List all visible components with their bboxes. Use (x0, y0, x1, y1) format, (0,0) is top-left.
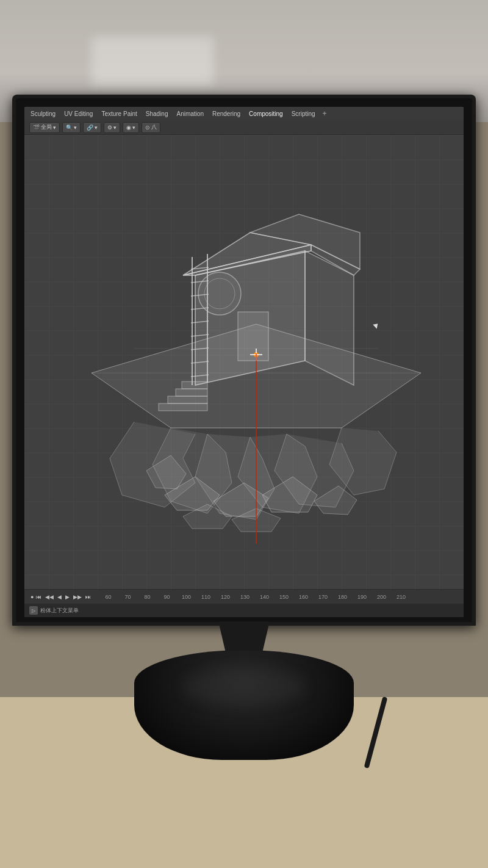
timeline-num-100: 100 (176, 594, 196, 600)
timeline-num-150: 150 (274, 594, 293, 600)
timeline-num-160: 160 (293, 594, 313, 600)
dropdown-icon: ▾ (53, 125, 56, 131)
timeline-num-140: 140 (254, 594, 274, 600)
3d-viewport[interactable] (24, 135, 464, 589)
timeline-num-130: 130 (235, 594, 254, 600)
timeline-play[interactable]: ▶ (64, 593, 71, 601)
timeline-num-170: 170 (313, 594, 332, 600)
timeline-playback-toggle[interactable]: ● (29, 593, 35, 601)
monitor-screen: Sculpting UV Editing Texture Paint Shadi… (24, 107, 464, 617)
timeline-num-110: 110 (196, 594, 215, 600)
overlay-dropdown-icon: ▾ (132, 125, 135, 131)
timeline-num-210: 210 (391, 594, 411, 600)
render-icon: ⚙ (107, 125, 112, 131)
menu-scripting[interactable]: Scripting (288, 109, 319, 118)
toolbar-scene-btn[interactable]: 🎬 全局 ▾ (29, 122, 60, 133)
status-text: 粉体上下文菜单 (40, 607, 79, 615)
toolbar-render-btn[interactable]: ⚙ ▾ (104, 122, 120, 133)
timeline-bar[interactable]: ● ⏮ ◀◀ ◀ ▶ ▶▶ ⏭ 60 70 80 90 100 110 120 (24, 589, 464, 604)
toolbar-gizmo-btn[interactable]: ⊙ 八 (142, 122, 160, 133)
menu-animation[interactable]: Animation (173, 109, 207, 118)
overlay-icon: ◉ (126, 125, 131, 131)
render-dropdown-icon: ▾ (113, 125, 117, 131)
timeline-num-60: 60 (98, 594, 118, 600)
menu-uv-editing[interactable]: UV Editing (60, 109, 96, 118)
toolbar-overlay-btn[interactable]: ◉ ▾ (123, 122, 139, 133)
timeline-controls: ⏮ ◀◀ ◀ ▶ ▶▶ ⏭ (35, 593, 92, 601)
timeline-num-90: 90 (157, 594, 176, 600)
toolbar-view-btn[interactable]: 🔍 ▾ (62, 122, 81, 133)
svg-rect-9 (159, 403, 207, 411)
timeline-play-forward[interactable]: ▶▶ (72, 593, 83, 601)
timeline-step-back[interactable]: ◀◀ (44, 593, 55, 601)
link-icon: 🔗 (87, 125, 93, 131)
timeline-num-70: 70 (118, 594, 137, 600)
menu-texture-paint[interactable]: Texture Paint (98, 109, 140, 118)
menu-shading[interactable]: Shading (142, 109, 172, 118)
timeline-play-back[interactable]: ◀ (56, 593, 63, 601)
status-icon: ▷ (29, 606, 38, 615)
timeline-num-80: 80 (137, 594, 157, 600)
blender-statusbar: ▷ 粉体上下文菜单 (24, 604, 464, 617)
gizmo-icon: ⊙ (145, 125, 150, 131)
menu-rendering[interactable]: Rendering (209, 109, 244, 118)
timeline-num-200: 200 (371, 594, 391, 600)
status-icon-symbol: ▷ (32, 608, 35, 613)
3d-object-container (73, 165, 439, 544)
menu-compositing[interactable]: Compositing (245, 109, 287, 118)
link-dropdown-icon: ▾ (95, 125, 98, 131)
gizmo-label: 八 (151, 123, 157, 131)
mouse-cursor (373, 324, 378, 329)
timeline-num-190: 190 (352, 594, 371, 600)
view-dropdown-icon: ▾ (74, 125, 77, 131)
timeline-num-180: 180 (332, 594, 352, 600)
timeline-skip-start[interactable]: ⏮ (35, 593, 43, 601)
svg-rect-11 (176, 389, 207, 396)
3d-wireframe-object (73, 165, 439, 544)
view-icon: 🔍 (66, 125, 73, 131)
monitor-bezel: Sculpting UV Editing Texture Paint Shadi… (16, 98, 472, 622)
blender-toolbar: 🎬 全局 ▾ 🔍 ▾ 🔗 ▾ ⚙ ▾ ◉ ▾ (24, 120, 464, 135)
monitor-base (134, 650, 354, 760)
timeline-skip-end[interactable]: ⏭ (84, 593, 92, 601)
monitor-outer-casing: Sculpting UV Editing Texture Paint Shadi… (12, 95, 476, 626)
timeline-numbers: 60 70 80 90 100 110 120 130 140 150 160 … (98, 594, 459, 600)
menu-sculpting[interactable]: Sculpting (27, 109, 59, 118)
blender-menubar: Sculpting UV Editing Texture Paint Shadi… (24, 107, 464, 120)
scene-label: 全局 (41, 123, 52, 131)
timeline-num-120: 120 (215, 594, 235, 600)
menu-add-workspace[interactable]: + (320, 109, 329, 118)
svg-rect-19 (238, 312, 268, 361)
toolbar-link-btn[interactable]: 🔗 ▾ (83, 122, 101, 133)
svg-rect-10 (168, 396, 207, 403)
scene-icon: 🎬 (33, 125, 40, 131)
